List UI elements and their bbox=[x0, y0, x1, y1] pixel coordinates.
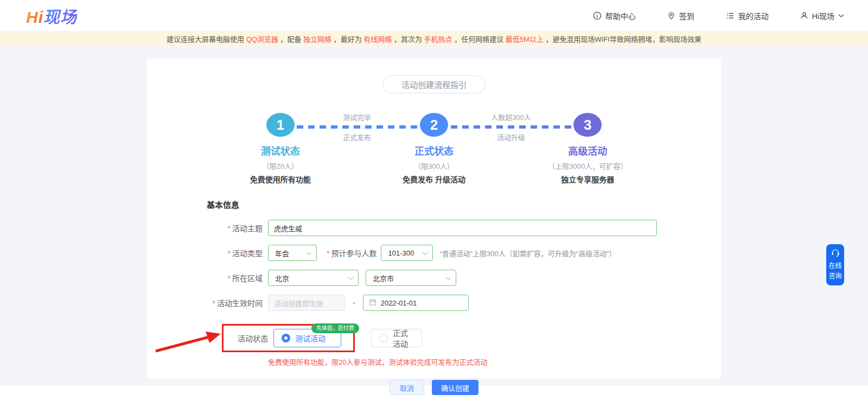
chevron-down-icon bbox=[422, 249, 428, 257]
form-row-type-attendees: *活动类型 年会 *预计参与人数 101-300 “普通活动”上限300人（如需… bbox=[147, 245, 721, 261]
dashed-line bbox=[297, 125, 417, 129]
header-nav: 帮助中心 签到 我的活动 bbox=[593, 10, 844, 21]
online-consult-button[interactable]: 在线 咨询 bbox=[826, 244, 844, 285]
logo-text-rest: 现场 bbox=[43, 8, 77, 26]
chevron-down-icon bbox=[445, 274, 451, 282]
info-icon bbox=[593, 11, 602, 20]
headset-icon bbox=[831, 249, 840, 260]
select-value: 北京 bbox=[275, 273, 289, 283]
nav-label: 我的活动 bbox=[738, 10, 769, 21]
attendees-select[interactable]: 101-300 bbox=[381, 245, 433, 261]
step-connector-1: 测试完毕 正式发布 bbox=[297, 113, 417, 141]
field-label-attendees: *预计参与人数 bbox=[327, 247, 376, 258]
option-label: 测试活动 bbox=[295, 333, 326, 344]
theme-input[interactable] bbox=[268, 220, 657, 236]
select-value: 北京市 bbox=[373, 273, 394, 283]
form-row-effective-time: *活动生效时间 活动创建即生效 - 2022-01-01 bbox=[147, 295, 721, 311]
status-hint-text: 免费使用所有功能，限20人参与测试，测试体验完成可发布为正式活动 bbox=[268, 357, 721, 367]
nav-my-activities[interactable]: 我的活动 bbox=[726, 10, 769, 21]
step-name: 测试状态 bbox=[261, 143, 300, 157]
city-select[interactable]: 北京市 bbox=[366, 270, 456, 286]
province-select[interactable]: 北京 bbox=[268, 270, 359, 286]
step-limit: （限20人） bbox=[262, 161, 298, 171]
radio-selected-icon bbox=[282, 334, 290, 342]
field-label-type: *活动类型 bbox=[147, 247, 268, 258]
step-connector-2: 人数超300人 活动升级 bbox=[451, 113, 571, 141]
step-progress: 测试完毕 正式发布 人数超300人 活动升级 1 测试状态 （限20人） 免费使… bbox=[203, 113, 665, 185]
step-desc: 独立专享服务器 bbox=[561, 174, 614, 185]
chevron-down-icon bbox=[348, 274, 354, 282]
select-value: 年会 bbox=[275, 248, 289, 258]
required-mark: * bbox=[228, 274, 231, 283]
notice-text: 建议连接大屏幕电脑使用 QQ浏览器 ，配备 独立网络 ，最好为 有线网络 ，其次… bbox=[167, 34, 701, 44]
start-time-input-disabled: 活动创建即生效 bbox=[268, 295, 345, 311]
connector-label-bottom: 活动升级 bbox=[451, 132, 571, 142]
connector-label-top: 测试完毕 bbox=[297, 112, 417, 122]
step-limit: （限300人） bbox=[414, 161, 454, 171]
form-actions: 取消 确认创建 bbox=[147, 380, 721, 395]
radio-option-formal-activity[interactable]: 正式活动 bbox=[371, 329, 422, 347]
step-number: 2 bbox=[420, 113, 448, 137]
step-desc: 免费发布 升级活动 bbox=[403, 174, 465, 185]
top-header: Hi现场 帮助中心 签到 bbox=[0, 0, 868, 31]
required-mark: * bbox=[327, 249, 329, 258]
list-icon bbox=[726, 11, 735, 20]
chevron-down-icon bbox=[306, 249, 312, 257]
page-background: 活动创建流程指引 测试完毕 正式发布 人数超300人 活动升级 1 测试状态 （… bbox=[0, 46, 868, 386]
field-label-theme: *活动主题 bbox=[147, 222, 268, 233]
step-limit: （上限3000人，可扩容） bbox=[548, 161, 627, 171]
annotation-arrow bbox=[151, 325, 225, 355]
required-mark: * bbox=[228, 224, 231, 233]
trial-badge: 先体验，后付费 bbox=[311, 323, 359, 333]
guide-title-pill: 活动创建流程指引 bbox=[382, 75, 486, 93]
end-date-picker[interactable]: 2022-01-01 bbox=[363, 295, 469, 311]
nav-user-menu[interactable]: Hi现场 bbox=[800, 10, 844, 21]
consult-label-line1: 在线 bbox=[828, 262, 841, 270]
app-logo[interactable]: Hi现场 bbox=[26, 4, 77, 28]
user-icon bbox=[800, 11, 808, 20]
section-title-basic-info: 基本信息 bbox=[207, 199, 721, 210]
date-value: 2022-01-01 bbox=[381, 299, 417, 307]
location-pin-icon bbox=[667, 11, 675, 20]
attendees-note: “普通活动”上限300人（如需扩容，可升级为“高级活动”） bbox=[439, 248, 616, 258]
cancel-button[interactable]: 取消 bbox=[390, 380, 424, 395]
field-label-time: *活动生效时间 bbox=[147, 297, 268, 308]
form-row-region: *所在区域 北京 北京市 bbox=[147, 270, 721, 286]
field-label-region: *所在区域 bbox=[147, 272, 268, 283]
required-mark: * bbox=[228, 249, 231, 258]
step-number: 1 bbox=[266, 113, 295, 137]
select-value: 101-300 bbox=[388, 249, 414, 257]
connector-label-top: 人数超300人 bbox=[451, 112, 571, 122]
connector-label-bottom: 正式发布 bbox=[297, 132, 417, 142]
radio-unselected-icon bbox=[379, 334, 388, 342]
time-separator: - bbox=[353, 298, 355, 307]
consult-label-line2: 咨询 bbox=[828, 272, 841, 281]
step-number: 3 bbox=[573, 113, 602, 137]
logo-text-hi: Hi bbox=[26, 8, 43, 26]
notice-bar: 建议连接大屏幕电脑使用 QQ浏览器 ，配备 独立网络 ，最好为 有线网络 ，其次… bbox=[0, 31, 868, 46]
nav-sign-in[interactable]: 签到 bbox=[667, 10, 694, 21]
field-label-status: 活动状态 bbox=[224, 333, 273, 344]
nav-label: 签到 bbox=[679, 10, 694, 21]
step-name: 高级活动 bbox=[568, 143, 607, 157]
create-activity-card: 活动创建流程指引 测试完毕 正式发布 人数超300人 活动升级 1 测试状态 （… bbox=[147, 59, 721, 378]
form-row-theme: *活动主题 bbox=[147, 220, 721, 236]
radio-option-test-activity[interactable]: 测试活动 先体验，后付费 bbox=[273, 329, 341, 347]
activity-type-select[interactable]: 年会 bbox=[268, 245, 317, 261]
step-desc: 免费使用所有功能 bbox=[250, 174, 311, 185]
status-highlight-box: 活动状态 测试活动 先体验，后付费 bbox=[222, 324, 355, 352]
form-row-status: 活动状态 测试活动 先体验，后付费 正式活动 bbox=[147, 324, 721, 352]
confirm-create-button[interactable]: 确认创建 bbox=[432, 380, 478, 395]
nav-help-center[interactable]: 帮助中心 bbox=[593, 10, 636, 21]
chevron-down-icon bbox=[838, 14, 844, 18]
option-label: 正式活动 bbox=[393, 327, 414, 349]
calendar-icon bbox=[369, 298, 376, 308]
step-name: 正式状态 bbox=[414, 143, 454, 157]
required-mark: * bbox=[213, 299, 215, 308]
dashed-line bbox=[451, 125, 571, 129]
nav-label: Hi现场 bbox=[812, 10, 834, 21]
nav-label: 帮助中心 bbox=[605, 10, 636, 21]
